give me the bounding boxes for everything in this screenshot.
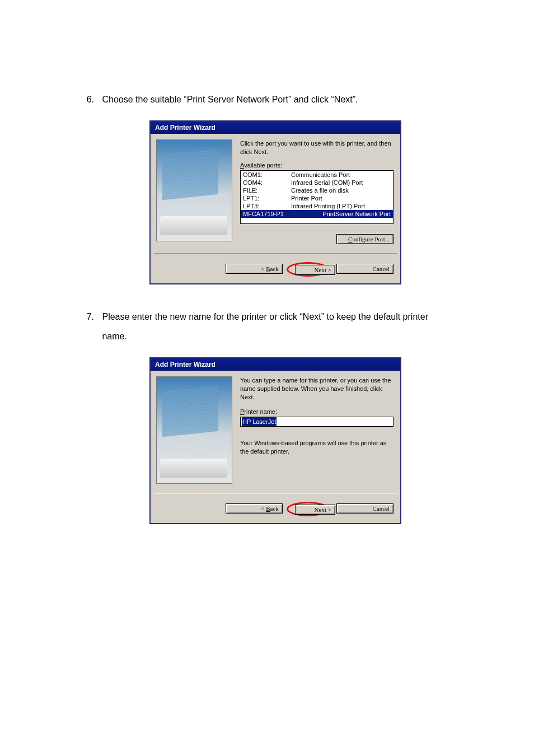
step-7-text: Please enter the new name for the printe… [102,307,455,346]
printer-name-input[interactable]: HP LaserJet [240,417,394,427]
add-printer-wizard-dialog-ports: Add Printer Wizard Click the port you wa… [149,120,401,284]
port-row[interactable]: LPT1:Printer Port [241,194,393,202]
step-6-number: 6. [78,90,94,109]
port-row[interactable]: LPT3:Infrared Printing (LPT) Port [241,202,393,210]
configure-port-button[interactable]: Configure Port... [336,234,394,244]
cancel-button[interactable]: Cancel [336,264,394,274]
port-row[interactable]: COM4:Infrared Serial (COM) Port [241,179,393,186]
wizard-side-image [156,139,232,241]
instruction-text: Click the port you want to use with this… [240,139,394,156]
port-row[interactable]: FILE:Creates a file on disk [241,186,393,194]
next-button[interactable]: Next > [295,505,335,515]
port-row-selected[interactable]: MFCA1719-P1PrintServer Network Port [241,210,393,218]
printer-name-label: Printer name: [240,408,394,415]
dialog-title: Add Printer Wizard [151,122,400,134]
next-button-highlight: Next > [287,262,329,277]
available-ports-listbox[interactable]: COM1:Communications Port COM4:Infrared S… [240,170,394,224]
step-6-text: Choose the suitable “Print Server Networ… [102,90,455,109]
next-button[interactable]: Next > [295,265,335,275]
cancel-button[interactable]: Cancel [336,503,394,514]
back-button[interactable]: < Back [226,264,283,274]
step-6: 6. Choose the suitable “Print Server Net… [78,90,472,109]
back-button[interactable]: < Back [226,503,283,514]
next-button-highlight: Next > [287,502,329,516]
dialog-title: Add Printer Wizard [151,358,400,371]
wizard-side-image [156,376,232,484]
default-printer-note: Your Windows-based programs will use thi… [240,439,394,456]
port-row[interactable]: COM1:Communications Port [241,171,393,179]
step-7-number: 7. [78,307,94,326]
step-7: 7. Please enter the new name for the pri… [78,307,472,346]
available-ports-label: Available ports: [240,162,394,169]
instruction-text: You can type a name for this printer, or… [240,376,394,402]
add-printer-wizard-dialog-name: Add Printer Wizard You can type a name f… [149,357,401,524]
